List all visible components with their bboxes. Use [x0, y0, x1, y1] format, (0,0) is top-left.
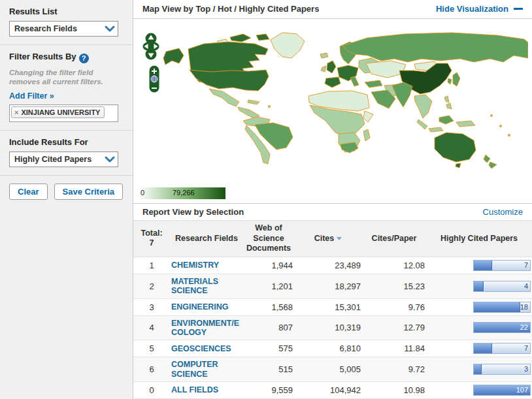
report-view-title: Report View by Selection	[142, 207, 244, 217]
bar-value: 107	[516, 386, 528, 394]
row-docs: 575	[243, 340, 294, 357]
field-link[interactable]: MATERIALS SCIENCE	[171, 277, 242, 296]
add-filter-link[interactable]: Add Filter »	[9, 91, 54, 101]
row-cites-per-paper: 15.23	[362, 274, 426, 298]
filter-by-label: Filter Results By?	[9, 52, 124, 63]
map-view-header: Map View by Top / Hot / Highly Cited Pap…	[133, 0, 532, 19]
field-link[interactable]: ALL FIELDS	[171, 385, 242, 394]
results-table: Total: 7 Research Fields Web of Science …	[133, 220, 532, 399]
results-list-label: Results List	[9, 7, 124, 16]
country-new-zealand[interactable]	[489, 162, 497, 168]
filter-by-section: Filter Results By? Changing the filter f…	[0, 45, 133, 131]
row-cites-per-paper: 10.98	[362, 382, 426, 399]
help-icon[interactable]: ?	[79, 54, 89, 63]
country-russia[interactable]	[342, 33, 528, 62]
sort-descending-icon	[337, 237, 342, 240]
sidebar-actions: Clear Save Criteria	[0, 176, 133, 208]
row-cites-per-paper: 9.72	[362, 357, 426, 382]
map-zoom-control[interactable]	[149, 65, 159, 93]
save-criteria-button[interactable]: Save Criteria	[54, 184, 124, 200]
customize-link[interactable]: Customize	[483, 207, 523, 217]
row-rank: 4	[133, 315, 170, 340]
hide-visualization-link[interactable]: Hide Visualization	[436, 4, 523, 14]
row-cites: 18,297	[294, 274, 362, 298]
map-legend: 0 79,266	[139, 187, 225, 199]
row-cites: 5,005	[294, 357, 362, 382]
row-cites: 104,942	[294, 382, 362, 399]
bar-value: 22	[520, 323, 528, 331]
results-list-select-value: Research Fields	[14, 24, 77, 33]
world-map-area: 0 79,266	[133, 19, 532, 204]
table-row: 2 MATERIALS SCIENCE 1,201 18,297 15.23 4	[133, 274, 532, 298]
row-docs: 807	[243, 315, 294, 340]
col-header-cites-per-paper: Cites/Paper	[362, 220, 426, 257]
country-australia[interactable]	[435, 133, 476, 162]
report-view-header: Report View by Selection Customize	[133, 204, 532, 220]
bar-value: 7	[524, 344, 528, 352]
map-pan-control[interactable]	[142, 33, 159, 63]
table-row: 1 CHEMISTRY 1,944 23,489 12.08 7	[133, 257, 532, 274]
include-results-select[interactable]: Highly Cited Papers	[9, 152, 118, 167]
row-docs: 1,944	[243, 257, 294, 274]
row-cites: 6,810	[294, 340, 362, 357]
bar-value: 7	[524, 261, 528, 269]
country-usa[interactable]	[190, 70, 269, 91]
field-link[interactable]: ENGINEERING	[171, 302, 242, 311]
field-link[interactable]: CHEMISTRY	[171, 261, 242, 270]
chevron-down-icon	[105, 155, 115, 163]
table-row: 3 ENGINEERING 1,568 15,301 9.76 18	[133, 298, 532, 315]
row-docs: 515	[243, 357, 294, 382]
table-row: 0 ALL FIELDS 9,559 104,942 10.98 107	[133, 382, 532, 399]
filter-tags-box[interactable]: × XINJIANG UNIVERSITY	[9, 104, 118, 122]
row-cites: 10,319	[294, 315, 362, 340]
region-alaska[interactable]	[163, 48, 184, 65]
row-cites-per-paper: 12.79	[362, 315, 426, 340]
country-japan[interactable]	[453, 72, 460, 86]
highly-cited-bar: 7	[473, 260, 531, 271]
country-south-africa[interactable]	[341, 142, 358, 153]
row-docs: 1,201	[243, 274, 294, 298]
globe-reset-button[interactable]	[151, 76, 158, 82]
field-link[interactable]: GEOSCIENCES	[171, 344, 242, 353]
col-header-highly-cited: Highly Cited Papers	[426, 220, 532, 257]
row-docs: 9,559	[243, 382, 294, 399]
row-rank: 3	[133, 298, 170, 315]
country-uk[interactable]	[327, 61, 336, 73]
table-row: 6 COMPUTER SCIENCE 515 5,005 9.72 3	[133, 357, 532, 382]
results-list-section: Results List Research Fields	[0, 0, 133, 45]
bar-value: 3	[524, 365, 528, 373]
minus-icon	[514, 8, 523, 10]
field-link[interactable]: COMPUTER SCIENCE	[171, 360, 242, 379]
row-rank: 0	[133, 382, 170, 399]
filter-tag[interactable]: × XINJIANG UNIVERSITY	[11, 106, 105, 118]
total-count: 7	[135, 238, 169, 249]
field-link[interactable]: ENVIRONMENT/ECOLOGY	[171, 319, 242, 338]
world-map[interactable]	[133, 24, 528, 202]
legend-min-value: 0	[141, 189, 144, 197]
results-list-select[interactable]: Research Fields	[9, 21, 118, 37]
include-results-label: Include Results For	[9, 137, 124, 147]
esi-results-page: Results List Research Fields Filter Resu…	[0, 0, 532, 399]
row-rank: 2	[133, 274, 170, 298]
main-panel: Map View by Top / Hot / Highly Cited Pap…	[133, 0, 532, 399]
col-header-cites-sort[interactable]: Cites	[294, 220, 362, 257]
highly-cited-bar: 4	[473, 281, 531, 292]
bar-value: 18	[520, 303, 528, 311]
col-header-wos-documents: Web of Science Documents	[243, 220, 294, 257]
highly-cited-bar: 18	[473, 302, 531, 313]
highly-cited-bar: 7	[473, 343, 531, 354]
clear-button[interactable]: Clear	[9, 184, 48, 200]
filters-sidebar: Results List Research Fields Filter Resu…	[0, 0, 133, 399]
remove-filter-icon[interactable]: ×	[14, 108, 18, 116]
row-docs: 1,568	[243, 298, 294, 315]
country-greenland[interactable]	[271, 33, 305, 58]
table-row: 5 GEOSCIENCES 575 6,810 11.84 7	[133, 340, 532, 357]
legend-max-value: 79,266	[173, 189, 195, 197]
bar-value: 4	[524, 282, 528, 290]
include-results-select-value: Highly Cited Papers	[14, 155, 91, 164]
country-mexico[interactable]	[209, 89, 239, 106]
row-rank: 1	[133, 257, 170, 274]
row-cites-per-paper: 11.84	[362, 340, 426, 357]
row-rank: 6	[133, 357, 170, 382]
row-cites: 15,301	[294, 298, 362, 315]
